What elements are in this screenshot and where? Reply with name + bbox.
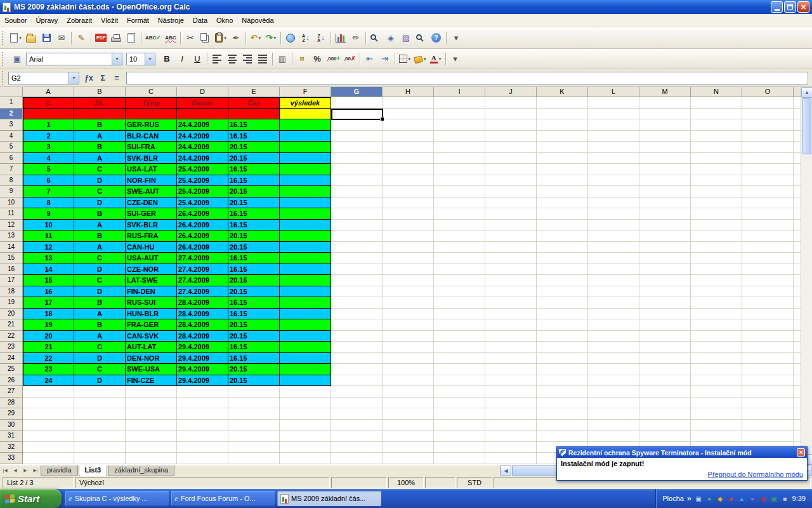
cell-G12[interactable] — [331, 220, 383, 231]
menu-upravy[interactable]: Úpravy — [31, 15, 62, 26]
cell-A17[interactable]: 15 — [23, 275, 74, 286]
cell-N6[interactable] — [691, 153, 742, 164]
cell-E16[interactable]: 16.15 — [228, 264, 280, 276]
cell-H2[interactable] — [383, 109, 434, 120]
cell-M11[interactable] — [639, 208, 691, 220]
cell-F13[interactable] — [280, 231, 331, 242]
cell-M9[interactable] — [639, 186, 691, 197]
menu-soubor[interactable]: Soubor — [0, 15, 31, 26]
cell-C14[interactable]: CAN-HU — [126, 242, 177, 253]
cell-M14[interactable] — [639, 242, 691, 253]
cell-H15[interactable] — [383, 253, 434, 264]
increase-indent-button[interactable]: ⇥ — [377, 51, 393, 67]
cell-K28[interactable] — [537, 398, 588, 409]
row-header-20[interactable]: 20 — [0, 309, 23, 320]
cell-I10[interactable] — [434, 197, 485, 209]
cell-E5[interactable]: 20.15 — [228, 142, 280, 153]
cell-G13[interactable] — [331, 231, 383, 242]
row-header-14[interactable]: 14 — [0, 242, 23, 253]
cell-E4[interactable]: 16.15 — [228, 131, 280, 142]
title-bar[interactable]: MS 2009 základní část.ods - OpenOffice.o… — [0, 0, 812, 14]
column-header-K[interactable]: K — [537, 87, 588, 97]
cell-E15[interactable]: 16.15 — [228, 253, 280, 264]
cell-A30[interactable] — [23, 420, 74, 431]
tray-icon-6[interactable]: ● — [749, 495, 757, 503]
cell-E28[interactable] — [228, 398, 280, 409]
cell-C16[interactable]: CZE-NOR — [126, 264, 177, 276]
cell-H6[interactable] — [383, 153, 434, 164]
column-header-H[interactable]: H — [383, 87, 434, 97]
cell-F5[interactable] — [280, 142, 331, 153]
taskbar-clock[interactable]: 9:39 — [792, 495, 806, 502]
cell-M10[interactable] — [639, 197, 691, 209]
cell-K2[interactable] — [537, 109, 588, 120]
cell-I9[interactable] — [434, 186, 485, 197]
cell-N31[interactable] — [691, 431, 742, 442]
cell-L18[interactable] — [588, 286, 639, 298]
cell-L16[interactable] — [588, 264, 639, 276]
cell-O6[interactable] — [742, 153, 794, 164]
find-replace-button[interactable] — [368, 30, 383, 46]
cell-O18[interactable] — [742, 286, 794, 298]
cell-E1[interactable]: Čas — [228, 97, 280, 109]
cell-C29[interactable] — [126, 408, 177, 420]
cell-H11[interactable] — [383, 208, 434, 220]
cell-B8[interactable]: D — [74, 175, 126, 187]
row-header-31[interactable]: 31 — [0, 431, 23, 442]
cell-M12[interactable] — [639, 220, 691, 231]
row-header-1[interactable]: 1 — [0, 97, 23, 109]
tray-icon-9[interactable]: ■ — [781, 495, 789, 503]
cell-F31[interactable] — [280, 431, 331, 442]
cell-O13[interactable] — [742, 231, 794, 242]
cell-J4[interactable] — [485, 131, 537, 142]
cell-A31[interactable] — [23, 431, 74, 442]
cell-K23[interactable] — [537, 342, 588, 353]
cell-E23[interactable]: 16.15 — [228, 342, 280, 353]
cell-I25[interactable] — [434, 364, 485, 375]
cell-G8[interactable] — [331, 175, 383, 187]
cell-J29[interactable] — [485, 408, 537, 420]
tray-icon-7[interactable]: ◉ — [759, 495, 768, 503]
cell-G23[interactable] — [331, 342, 383, 353]
cell-D2[interactable] — [177, 109, 228, 120]
cell-O29[interactable] — [742, 408, 794, 420]
cell-C4[interactable]: BLR-CAN — [126, 131, 177, 142]
cell-M28[interactable] — [639, 398, 691, 409]
cell-D14[interactable]: 26.4.2009 — [177, 242, 228, 253]
cell-H21[interactable] — [383, 319, 434, 331]
cell-E21[interactable]: 20.15 — [228, 319, 280, 331]
row-header-27[interactable]: 27 — [0, 386, 23, 398]
cell-C1[interactable]: Týmy — [126, 97, 177, 109]
show-draw-functions-button[interactable]: ✏ — [348, 30, 363, 46]
cell-M27[interactable] — [639, 386, 691, 398]
cell-E19[interactable]: 16.15 — [228, 297, 280, 309]
cell-D10[interactable]: 25.4.2009 — [177, 197, 228, 209]
cell-I17[interactable] — [434, 275, 485, 286]
menu-zobrazit[interactable]: Zobrazit — [62, 15, 96, 26]
cell-J28[interactable] — [485, 398, 537, 409]
chevron-down-icon[interactable]: ▼ — [145, 53, 155, 65]
cell-F16[interactable] — [280, 264, 331, 276]
cell-D6[interactable]: 24.4.2009 — [177, 153, 228, 164]
print-file-button[interactable] — [108, 30, 124, 46]
cell-K17[interactable] — [537, 275, 588, 286]
toolbar-options-standard-button[interactable]: ▾ — [449, 30, 464, 46]
cell-I14[interactable] — [434, 242, 485, 253]
cell-G20[interactable] — [331, 309, 383, 320]
cell-F21[interactable] — [280, 319, 331, 331]
cell-G29[interactable] — [331, 408, 383, 420]
cell-A15[interactable]: 13 — [23, 253, 74, 264]
cell-M20[interactable] — [639, 309, 691, 320]
cell-M5[interactable] — [639, 142, 691, 153]
cell-O25[interactable] — [742, 364, 794, 375]
cell-A11[interactable]: 9 — [23, 208, 74, 220]
cell-B5[interactable]: B — [74, 142, 126, 153]
cell-A21[interactable]: 19 — [23, 319, 74, 331]
row-header-16[interactable]: 16 — [0, 264, 23, 276]
cell-A23[interactable]: 21 — [23, 342, 74, 353]
cell-D1[interactable]: Datum — [177, 97, 228, 109]
cell-E30[interactable] — [228, 420, 280, 431]
cell-C32[interactable] — [126, 442, 177, 453]
cell-H25[interactable] — [383, 364, 434, 375]
cell-I33[interactable] — [434, 453, 485, 464]
